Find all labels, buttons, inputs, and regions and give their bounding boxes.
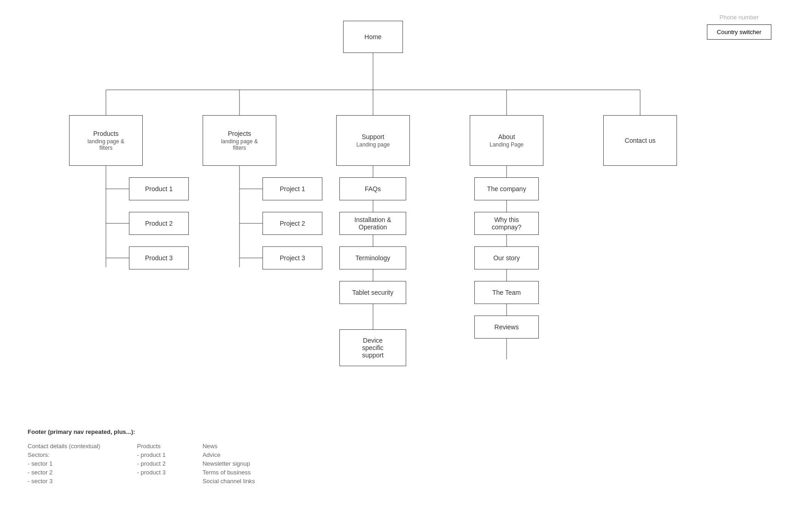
footer-item: - sector 2	[28, 469, 100, 476]
products-title: Products	[93, 130, 118, 137]
faqs-node: FAQs	[339, 177, 406, 200]
about-sub: Landing Page	[490, 141, 524, 148]
faqs-title: FAQs	[365, 185, 381, 193]
about-node: About Landing Page	[470, 115, 543, 166]
tablet-security-title: Tablet security	[352, 289, 393, 296]
footer-item: Terms of business	[203, 469, 255, 476]
footer-columns: Contact details (contextual) Sectors: - …	[28, 443, 771, 485]
project1-title: Project 1	[280, 185, 305, 193]
device-support-title: Devicespecificsupport	[362, 337, 384, 359]
footer-item: News	[203, 443, 255, 450]
project3-node: Project 3	[262, 246, 322, 269]
product2-title: Product 2	[145, 220, 173, 227]
reviews-node: Reviews	[474, 316, 539, 339]
why-company-title: Why thiscompnay?	[492, 216, 522, 231]
footer-section: Footer (primary nav repeated, plus...): …	[0, 424, 799, 485]
terminology-title: Terminology	[356, 254, 390, 262]
footer-item: Social channel links	[203, 478, 255, 485]
contact-node: Contact us	[603, 115, 677, 166]
support-node: Support Landing page	[336, 115, 410, 166]
our-story-node: Our story	[474, 246, 539, 269]
footer-title: Footer (primary nav repeated, plus...):	[28, 428, 771, 435]
reviews-title: Reviews	[495, 323, 519, 331]
footer-item: Products	[137, 443, 166, 450]
our-story-title: Our story	[493, 254, 520, 262]
the-company-title: The company	[487, 185, 526, 193]
footer-item: - product 1	[137, 451, 166, 458]
product2-node: Product 2	[129, 212, 189, 235]
footer-item: Advice	[203, 451, 255, 458]
product3-title: Product 3	[145, 254, 173, 262]
support-sub: Landing page	[356, 141, 390, 148]
footer-item: - sector 1	[28, 460, 100, 467]
product1-title: Product 1	[145, 185, 173, 193]
footer-col-2: Products - product 1 - product 2 - produ…	[137, 443, 166, 485]
footer-col-3: News Advice Newsletter signup Terms of b…	[203, 443, 255, 485]
projects-title: Projects	[228, 130, 251, 137]
support-title: Support	[362, 133, 384, 140]
installation-node: Installation &Operation	[339, 212, 406, 235]
project3-title: Project 3	[280, 254, 305, 262]
footer-item: Sectors:	[28, 451, 100, 458]
project2-node: Project 2	[262, 212, 322, 235]
footer-item: Contact details (contextual)	[28, 443, 100, 450]
contact-title: Contact us	[625, 137, 656, 144]
project1-node: Project 1	[262, 177, 322, 200]
products-sub: landing page &filters	[87, 138, 124, 151]
home-node: Home	[343, 21, 403, 53]
the-company-node: The company	[474, 177, 539, 200]
terminology-node: Terminology	[339, 246, 406, 269]
device-support-node: Devicespecificsupport	[339, 329, 406, 366]
about-title: About	[498, 133, 515, 140]
the-team-node: The Team	[474, 281, 539, 304]
footer-item: - product 3	[137, 469, 166, 476]
the-team-title: The Team	[492, 289, 521, 296]
products-node: Products landing page &filters	[69, 115, 143, 166]
sitemap-diagram: Home Products landing page &filters Proj…	[28, 9, 774, 424]
home-title: Home	[364, 33, 381, 41]
footer-item: Newsletter signup	[203, 460, 255, 467]
projects-node: Projects landing page &filters	[203, 115, 276, 166]
footer-item: - sector 3	[28, 478, 100, 485]
installation-title: Installation &Operation	[354, 216, 391, 231]
product3-node: Product 3	[129, 246, 189, 269]
footer-item: - product 2	[137, 460, 166, 467]
project2-title: Project 2	[280, 220, 305, 227]
projects-sub: landing page &filters	[221, 138, 258, 151]
tablet-security-node: Tablet security	[339, 281, 406, 304]
why-company-node: Why thiscompnay?	[474, 212, 539, 235]
footer-col-1: Contact details (contextual) Sectors: - …	[28, 443, 100, 485]
product1-node: Product 1	[129, 177, 189, 200]
